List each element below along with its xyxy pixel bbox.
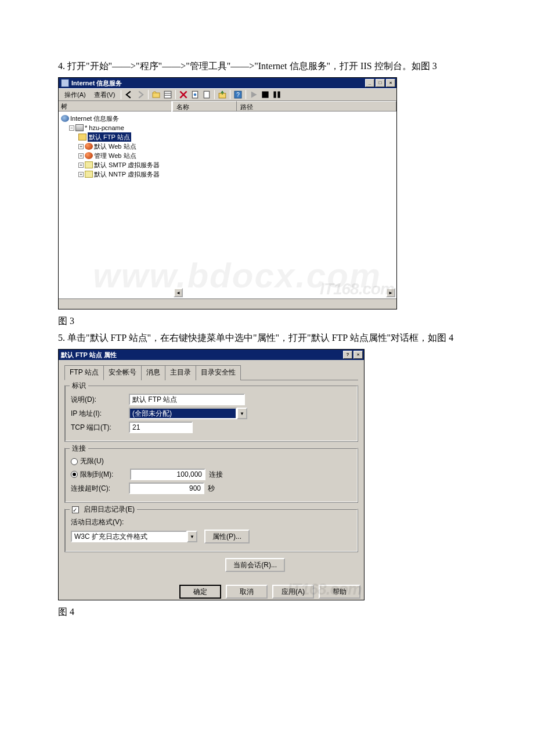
current-sessions-button[interactable]: 当前会话(R)... — [225, 558, 285, 572]
expand-icon[interactable]: + — [78, 172, 84, 177]
limited-to-label: 限制到(M): — [80, 470, 130, 480]
connection-group: 连接 无限(U) 限制到(M): 连接 连接超时(C): 秒 — [64, 448, 358, 503]
tab-security-accounts[interactable]: 安全帐号 — [103, 365, 142, 380]
tab-directory-security[interactable]: 目录安全性 — [196, 365, 241, 380]
tab-messages[interactable]: 消息 — [141, 365, 165, 380]
limited-radio[interactable] — [71, 471, 78, 478]
tree-host[interactable]: −* hzu-pcname — [61, 123, 170, 132]
column-path[interactable]: 路径 — [237, 101, 396, 111]
cancel-button[interactable]: 取消 — [226, 585, 268, 599]
mail-icon — [85, 161, 93, 168]
description-input[interactable] — [129, 394, 245, 405]
globe-icon — [61, 115, 69, 122]
context-help-button[interactable]: ? — [343, 351, 352, 359]
scroll-right-button[interactable]: ► — [386, 288, 395, 297]
arrow-left-icon — [125, 91, 133, 99]
tree-label: Internet 信息服务 — [70, 114, 119, 123]
show-hide-button[interactable] — [163, 89, 173, 100]
properties-button[interactable] — [190, 89, 200, 100]
enable-logging-checkbox[interactable] — [72, 506, 79, 513]
ip-address-select[interactable]: (全部未分配) — [129, 408, 237, 419]
maximize-button[interactable]: □ — [376, 79, 385, 87]
svg-rect-1 — [165, 91, 172, 98]
log-properties-button[interactable]: 属性(P)... — [204, 530, 250, 543]
forward-button[interactable] — [135, 89, 146, 100]
group-title-identification: 标识 — [70, 381, 88, 391]
tree-admin-site[interactable]: +管理 Web 站点 — [61, 151, 170, 160]
active-log-format-select[interactable]: W3C 扩充日志文件格式 — [71, 531, 187, 542]
list-headers: 名称 路径 — [172, 101, 396, 111]
svg-rect-6 — [204, 91, 210, 98]
tab-home-directory[interactable]: 主目录 — [165, 365, 196, 380]
tcp-port-input[interactable] — [129, 422, 193, 433]
back-button[interactable] — [124, 89, 134, 100]
dialog-title: 默认 FTP 站点 属性 — [61, 351, 117, 359]
pause-icon — [273, 91, 281, 99]
ftp-icon — [78, 134, 86, 141]
connection-timeout-label: 连接超时(C): — [71, 484, 129, 494]
up-button[interactable] — [151, 89, 161, 100]
expand-icon[interactable]: + — [78, 163, 84, 168]
scroll-left-button[interactable]: ◄ — [174, 288, 183, 297]
start-button[interactable] — [248, 89, 259, 100]
window-titlebar[interactable]: Internet 信息服务 _ □ × — [59, 78, 396, 88]
tab-ftp-site[interactable]: FTP 站点 — [64, 365, 104, 380]
group-title-logging: 启用日志记录(E) — [70, 505, 137, 514]
figure4-caption: 图 4 — [58, 606, 476, 618]
unlimited-label: 无限(U) — [80, 456, 104, 466]
toolbar-separator — [175, 90, 176, 99]
minimize-button[interactable]: _ — [365, 79, 374, 87]
tree-smtp[interactable]: +默认 SMTP 虚拟服务器 — [61, 160, 170, 170]
help-button[interactable]: 帮助 — [319, 585, 360, 599]
expand-icon[interactable]: + — [78, 144, 84, 149]
paragraph-step4: 4. 打开"开始"——>"程序"——>"管理工具"——>"Internet 信息… — [58, 58, 476, 74]
tree-label-selected: 默认 FTP 站点 — [88, 132, 131, 142]
menu-view[interactable]: 查看(V) — [91, 89, 119, 100]
dialog-button-row: 确定 取消 应用(A) 帮助 — [59, 581, 364, 600]
export-button[interactable] — [217, 89, 228, 100]
computer-icon — [75, 124, 84, 131]
unlimited-radio[interactable] — [71, 458, 78, 465]
tree-label: 默认 SMTP 虚拟服务器 — [94, 160, 160, 170]
apply-button[interactable]: 应用(A) — [272, 585, 314, 599]
pause-button[interactable] — [272, 89, 282, 100]
toolbar-separator — [214, 90, 215, 99]
tree-nntp[interactable]: +默认 NNTP 虚拟服务器 — [61, 170, 170, 179]
tree-web-site[interactable]: +默认 Web 站点 — [61, 142, 170, 151]
logging-group: 启用日志记录(E) 活动日志格式(V): W3C 扩充日志文件格式▼ 属性(P)… — [64, 509, 358, 552]
svg-text:?: ? — [237, 92, 240, 98]
tree-root[interactable]: Internet 信息服务 — [61, 114, 170, 123]
export-icon — [218, 91, 226, 99]
connection-limit-input[interactable] — [130, 469, 205, 480]
expand-icon[interactable]: + — [78, 153, 84, 159]
collapse-icon[interactable]: − — [69, 125, 74, 131]
help-icon: ? — [234, 91, 242, 99]
chevron-down-icon[interactable]: ▼ — [237, 408, 247, 419]
tree-header: 树 — [59, 101, 171, 111]
tab-strip: FTP 站点 安全帐号 消息 主目录 目录安全性 — [64, 365, 358, 380]
menu-action[interactable]: 操作(A) — [61, 89, 89, 100]
news-icon — [85, 171, 93, 178]
connection-timeout-input[interactable] — [129, 483, 204, 494]
ok-button[interactable]: 确定 — [179, 585, 221, 599]
close-button[interactable]: × — [386, 79, 395, 87]
stop-button[interactable] — [260, 89, 270, 100]
svg-rect-0 — [153, 93, 160, 98]
column-name[interactable]: 名称 — [173, 101, 237, 111]
list-icon — [164, 91, 172, 99]
list-pane: 名称 路径 ◄ ► IT168.com — [172, 101, 396, 298]
refresh-button[interactable] — [201, 89, 212, 100]
tcp-port-label: TCP 端口(T): — [71, 423, 129, 433]
tree-ftp-site[interactable]: 默认 FTP 站点 — [61, 132, 170, 142]
delete-button[interactable] — [178, 89, 189, 100]
dialog-titlebar[interactable]: 默认 FTP 站点 属性 ? × — [59, 350, 364, 360]
active-log-format-label: 活动日志格式(V): — [71, 517, 124, 527]
status-bar — [59, 298, 396, 309]
chevron-down-icon[interactable]: ▼ — [187, 531, 197, 542]
enable-logging-label: 启用日志记录(E) — [84, 505, 135, 514]
close-button[interactable]: × — [353, 351, 363, 359]
tree-label: 默认 NNTP 虚拟服务器 — [94, 170, 160, 179]
svg-rect-11 — [274, 92, 276, 98]
web-site-icon — [85, 143, 93, 150]
help-button[interactable]: ? — [233, 89, 243, 100]
